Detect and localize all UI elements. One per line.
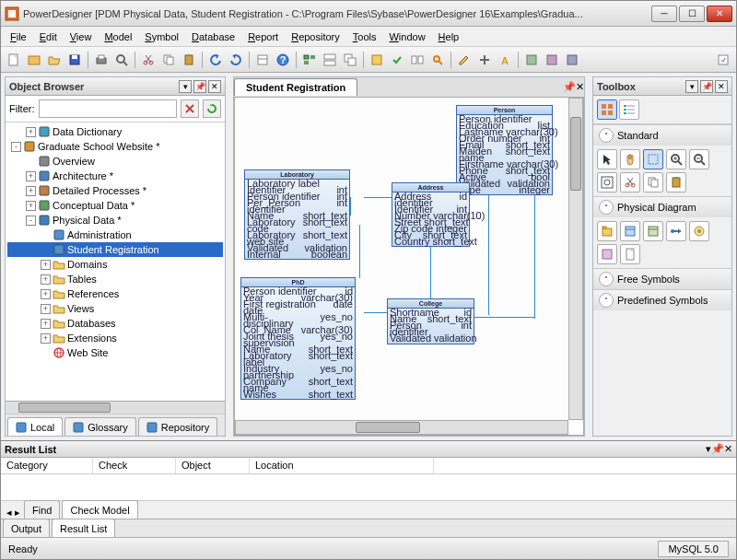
toolbox-section-predefined-symbols[interactable]: ˅Predefined Symbols [593,290,731,310]
browser-tab-glossary[interactable]: Glossary [64,417,135,436]
status-database[interactable]: MySQL 5.0 [658,541,729,557]
tree-item[interactable]: +Views [7,301,223,316]
tree-item[interactable]: -Graduate School Website * [7,139,223,154]
tree-item[interactable]: +References [7,286,223,301]
tool-paste[interactable] [666,172,686,192]
menu-database[interactable]: Database [186,29,240,44]
expand-icon[interactable]: + [41,260,51,270]
tool-cut[interactable] [620,172,640,192]
menu-view[interactable]: View [64,29,98,44]
relationship-line[interactable] [359,225,360,278]
browser-tab-local[interactable]: Local [7,417,63,436]
minimize-button[interactable]: ─ [651,6,677,22]
diagram-canvas[interactable]: PersonPerson identifierEducationlistLast… [234,98,584,436]
edit-icon[interactable] [455,51,474,69]
expand-icon[interactable]: + [41,319,51,329]
expand-icon[interactable]: + [26,201,36,211]
tool-view[interactable] [643,221,663,241]
tree-item[interactable]: +Data Dictionary [7,124,223,139]
menu-repository[interactable]: Repository [286,29,345,44]
print-icon[interactable] [92,51,111,69]
canvas-pin-icon[interactable]: 📌 [563,81,576,93]
expand-icon[interactable]: + [41,304,51,314]
tree-item[interactable]: Web Site [7,345,223,360]
tree-item[interactable]: Administration [7,228,223,242]
tool-procedure[interactable] [689,221,709,241]
tool-lasso[interactable] [643,149,663,169]
generate-icon[interactable] [368,51,386,69]
toolbox-pin-icon[interactable]: 📌 [700,80,713,93]
result-column-check[interactable]: Check [93,458,176,473]
menu-window[interactable]: Window [383,29,430,44]
panel-dropdown-icon[interactable]: ▾ [179,80,192,93]
tree-item[interactable]: +Databases [7,316,223,331]
relationship-line[interactable] [474,317,534,318]
tool-file[interactable] [620,244,640,264]
output-tab-result-list[interactable]: Result List [52,519,115,537]
expand-icon[interactable]: + [26,171,36,181]
tool-zoom-fit[interactable] [597,172,617,192]
tree-item[interactable]: +Architecture * [7,169,223,183]
tree-item[interactable]: +Domains [7,257,223,272]
menu-model[interactable]: Model [99,29,137,44]
tool-pointer[interactable] [597,149,617,169]
toolbox-section-physical-diagram[interactable]: ˄Physical Diagram [593,197,731,217]
redo-icon[interactable] [227,51,245,69]
tree-item[interactable]: -Physical Data * [7,213,223,228]
result-column-location[interactable]: Location [250,458,434,473]
tab-nav-arrows[interactable]: ◂ ▸ [3,507,24,519]
expand-icon[interactable]: + [41,333,51,344]
relationship-line[interactable] [350,197,351,216]
result-close-icon[interactable]: ✕ [724,443,732,455]
tool-synonym[interactable] [597,244,617,264]
tool-table[interactable] [620,221,640,241]
preview-icon[interactable] [112,51,131,69]
tree-item[interactable]: +Tables [7,272,223,286]
tree-hscrollbar[interactable] [6,401,225,414]
tool-zoom-in[interactable] [666,149,686,169]
tool-reference[interactable] [666,221,686,241]
output-tab-output[interactable]: Output [3,519,50,537]
menu-help[interactable]: Help [433,29,465,44]
cut-icon[interactable] [139,51,158,69]
tree-item[interactable]: +Conceptual Data * [7,198,223,213]
browser-tab-repository[interactable]: Repository [138,417,218,436]
extra2-icon[interactable] [543,51,561,69]
tree-item[interactable]: Student Registration [7,242,223,257]
collapse-icon[interactable]: - [26,216,36,226]
inner-tab-check-model[interactable]: Check Model [62,500,137,519]
open-icon[interactable] [45,51,64,69]
tool-hand[interactable] [620,149,640,169]
toolbox-close-icon[interactable]: ✕ [715,80,728,93]
expand-icon[interactable]: + [41,274,51,285]
grabber-icon[interactable] [475,51,494,69]
canvas-tab[interactable]: Student Registration [234,78,357,96]
toolbox-dropdown-icon[interactable]: ▾ [685,80,698,93]
filter-clear-icon[interactable] [181,99,199,118]
filter-refresh-icon[interactable] [203,99,221,118]
entity-laboratory[interactable]: LaboratoryLaboratory labelIdentifierintP… [244,169,350,260]
customize-icon[interactable] [714,51,732,69]
expand-icon[interactable]: + [26,186,36,196]
menu-report[interactable]: Report [242,29,284,44]
properties-icon[interactable] [253,51,272,69]
find-icon[interactable] [428,51,447,69]
menu-symbol[interactable]: Symbol [139,29,184,44]
collapse-icon[interactable]: - [11,142,21,152]
tool-copy[interactable] [643,172,663,192]
canvas-vscrollbar[interactable] [568,98,583,420]
toolbox-section-standard[interactable]: ˄Standard [593,125,731,146]
new-model-icon[interactable] [25,51,43,69]
save-icon[interactable] [65,51,84,69]
expand-icon[interactable]: + [26,127,36,137]
result-column-category[interactable]: Category [1,458,93,473]
compare-icon[interactable] [408,51,427,69]
text-icon[interactable]: A [496,51,514,69]
entity-phd[interactable]: PhDPerson identifieridYearvarchar(30)Fir… [240,277,356,400]
inner-tab-find[interactable]: Find [24,500,60,519]
menu-edit[interactable]: Edit [34,29,63,44]
undo-icon[interactable] [206,51,225,69]
panel-close-icon[interactable]: ✕ [208,80,221,93]
tree-view[interactable]: +Data Dictionary-Graduate School Website… [6,122,225,401]
canvas-hscrollbar[interactable] [235,420,568,435]
